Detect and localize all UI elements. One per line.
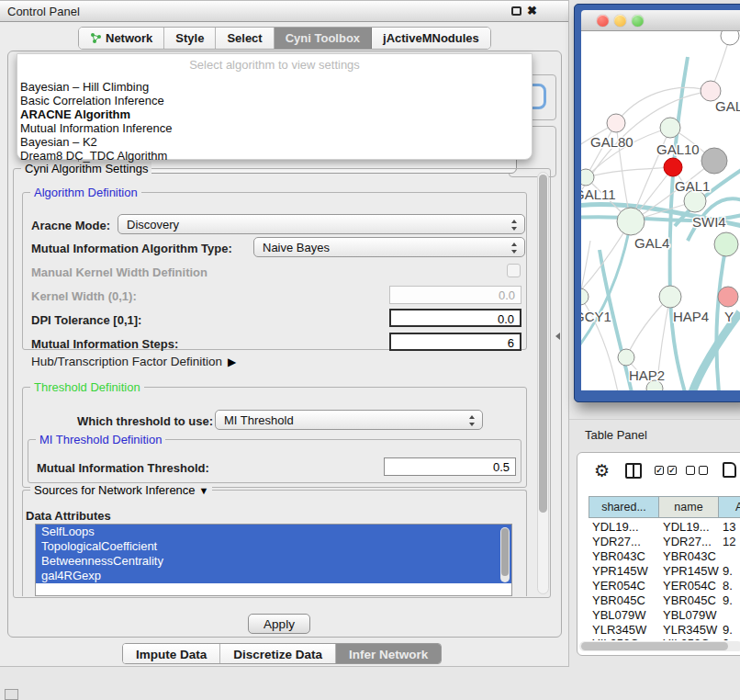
mi-threshold-field[interactable]: 0.5: [384, 457, 516, 476]
zoom-traffic-light[interactable]: [632, 15, 644, 27]
mi-type-combo[interactable]: Naive Bayes: [253, 237, 525, 257]
dropdown-item[interactable]: Basic Correlation Inference: [20, 94, 516, 107]
mi-steps-field[interactable]: 6: [389, 333, 521, 351]
spinner-icon: [511, 243, 518, 254]
manual-kernel-checkbox[interactable]: [507, 264, 521, 277]
group-title: Cyni Algorithm Settings: [21, 162, 151, 175]
tab-jactivemnodules[interactable]: jActiveMNodules: [372, 28, 490, 49]
tab-impute-data[interactable]: Impute Data: [123, 644, 220, 663]
hub-definition-toggle[interactable]: Hub/Transcription Factor Definition▶: [31, 355, 236, 368]
cell[interactable]: YIL053C: [663, 637, 710, 640]
node[interactable]: [721, 31, 739, 45]
cell[interactable]: YBL079W: [663, 608, 717, 622]
panel-collapse-arrow[interactable]: [555, 333, 560, 340]
cell[interactable]: YLR345W: [663, 623, 717, 637]
tab-network[interactable]: Network: [79, 28, 164, 49]
close-traffic-light[interactable]: [597, 15, 609, 27]
cell[interactable]: YBR043C: [663, 549, 716, 563]
tab-infer-network[interactable]: Infer Network: [336, 644, 441, 663]
node-hap4[interactable]: [659, 286, 681, 308]
node-gal10[interactable]: [660, 118, 680, 138]
tab-cyni-toolbox[interactable]: Cyni Toolbox: [275, 28, 372, 49]
dropdown-item-selected[interactable]: ARACNE Algorithm: [20, 107, 516, 121]
algorithm-dropdown[interactable]: Select algorithm to view settings Bayesi…: [17, 53, 533, 160]
cell[interactable]: 0.: [723, 637, 733, 640]
node-red[interactable]: [664, 158, 682, 176]
cell[interactable]: YER054C: [663, 579, 716, 593]
node-gcy1[interactable]: [581, 288, 589, 305]
dropdown-item[interactable]: Mutual Information Inference: [20, 121, 516, 135]
minimized-panel-icon[interactable]: [5, 689, 18, 700]
cell[interactable]: YDR27...: [663, 535, 712, 548]
aracne-mode-combo[interactable]: Discovery: [118, 214, 525, 234]
horizontal-scrollbar[interactable]: [579, 641, 740, 651]
network-window-titlebar[interactable]: [581, 10, 740, 31]
list-scrollbar[interactable]: [500, 527, 510, 582]
deselect-checkbox-icon[interactable]: [686, 466, 695, 475]
cell[interactable]: 9.: [723, 623, 733, 637]
cell[interactable]: YBL079W: [592, 608, 646, 622]
cell[interactable]: YDL19...: [663, 520, 710, 534]
node-gal80[interactable]: [607, 114, 625, 132]
node-gray[interactable]: [701, 148, 727, 174]
cell[interactable]: YDR27...: [592, 535, 641, 548]
attribute-item[interactable]: TopologicalCoefficient: [36, 539, 511, 554]
horizontal-scrollbar-thumb[interactable]: [581, 642, 728, 650]
node-hap2[interactable]: [618, 349, 634, 366]
column-header-name[interactable]: name: [659, 496, 719, 518]
minimize-traffic-light[interactable]: [614, 15, 626, 27]
cell[interactable]: 8.: [723, 579, 733, 593]
select-all-checkbox-icon[interactable]: ✓: [667, 466, 677, 475]
attribute-item[interactable]: gal4RGexp: [36, 569, 511, 583]
node-y-partial[interactable]: [718, 287, 738, 307]
tab-discretize-data[interactable]: Discretize Data: [220, 644, 336, 663]
column-header-shared-name[interactable]: shared...: [589, 496, 659, 518]
node-gal11[interactable]: [581, 169, 594, 186]
network-graph: GAL GAL80 GAL10 GAL1 GAL11 SWI4 GAL4 GCY…: [581, 31, 740, 390]
edge: [616, 88, 711, 123]
cell[interactable]: YBR045C: [592, 593, 645, 607]
which-threshold-combo[interactable]: MI Threshold: [215, 410, 483, 430]
select-all-checkbox-icon[interactable]: ✓: [655, 466, 664, 475]
attribute-item[interactable]: SelfLoops: [36, 525, 511, 539]
cell[interactable]: YPR145W: [663, 564, 719, 578]
tab-select[interactable]: Select: [216, 28, 274, 49]
cell[interactable]: 9.: [723, 593, 733, 607]
attribute-item[interactable]: BetweennessCentrality: [36, 554, 511, 569]
dropdown-item[interactable]: Bayesian – Hill Climbing: [20, 80, 516, 94]
data-attributes-list[interactable]: SelfLoops TopologicalCoefficient Between…: [35, 524, 512, 596]
dropdown-item[interactable]: Bayesian – K2: [20, 135, 516, 149]
cell[interactable]: YLR345W: [592, 623, 646, 637]
dropdown-item[interactable]: Dream8 DC_TDC Algorithm: [20, 149, 516, 163]
cell[interactable]: YBR043C: [592, 549, 645, 563]
node-gal4[interactable]: [617, 208, 645, 235]
float-window-icon[interactable]: [511, 6, 521, 16]
deselect-checkbox-icon[interactable]: [699, 466, 708, 475]
cell[interactable]: YIL053C: [592, 637, 639, 640]
tab-style[interactable]: Style: [164, 28, 216, 49]
dpi-tolerance-field[interactable]: 0.0: [389, 309, 521, 327]
aracne-mode-value: Discovery: [127, 218, 179, 231]
column-header-partial[interactable]: A: [719, 496, 740, 518]
gear-icon[interactable]: ⚙: [594, 460, 610, 481]
control-panel-titlebar[interactable]: Control Panel ✖: [0, 1, 568, 22]
cell[interactable]: YPR145W: [592, 564, 648, 578]
cell[interactable]: 13: [723, 520, 735, 534]
columns-icon[interactable]: [625, 463, 642, 479]
settings-scrollbar-thumb[interactable]: [539, 175, 547, 513]
cell[interactable]: 12: [723, 535, 735, 548]
cell[interactable]: YER054C: [592, 579, 645, 593]
screen: Control Panel ✖ Network Style Select Cyn…: [0, 0, 740, 700]
cell[interactable]: YDL19...: [592, 520, 639, 534]
apply-button[interactable]: Apply: [248, 614, 310, 634]
cell[interactable]: YBR045C: [663, 593, 716, 607]
network-canvas[interactable]: GAL GAL80 GAL10 GAL1 GAL11 SWI4 GAL4 GCY…: [581, 31, 740, 390]
new-table-icon[interactable]: [723, 462, 736, 478]
cell[interactable]: 9.: [723, 564, 733, 578]
list-scrollbar-thumb[interactable]: [501, 528, 509, 576]
close-icon[interactable]: ✖: [527, 4, 537, 17]
node-swi4[interactable]: [714, 232, 738, 256]
sources-toggle[interactable]: Sources for Network Inference▼: [30, 483, 212, 497]
kernel-width-field[interactable]: 0.0: [389, 286, 521, 304]
settings-scrollbar[interactable]: [537, 172, 549, 594]
